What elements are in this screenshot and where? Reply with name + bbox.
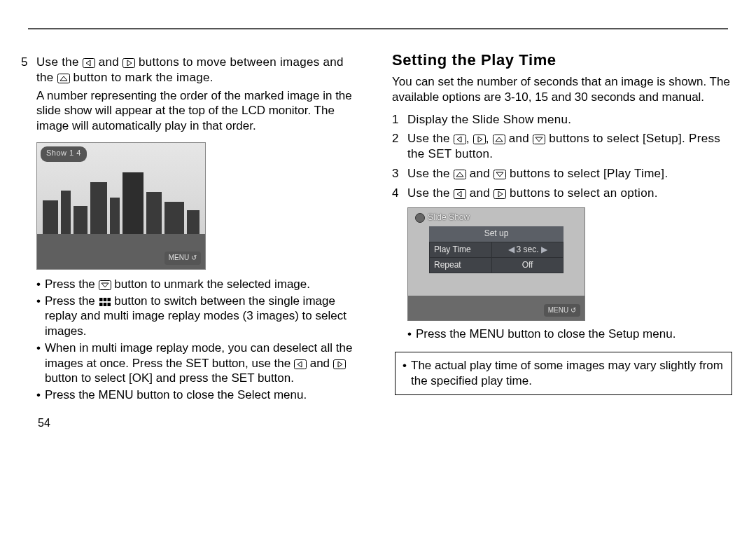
left-arrow-icon — [83, 58, 95, 68]
text: When in multi image replay mode, you can… — [45, 341, 352, 370]
bullet-text: When in multi image replay mode, you can… — [45, 341, 364, 386]
down-arrow-icon — [533, 135, 545, 144]
up-arrow-icon — [454, 170, 466, 179]
bullet-list: • Press the button to unmark the selecte… — [36, 277, 364, 403]
text: and — [470, 167, 493, 180]
note-box: • The actual play time of some images ma… — [395, 352, 732, 395]
text: and — [99, 55, 122, 69]
step-2: 2 Use the , , and buttons to select [Set… — [392, 131, 735, 162]
lcd-screenshot-skyline: Show 1 4 MENU ↺ — [36, 142, 364, 270]
section-heading: Setting the Play Time — [392, 50, 735, 70]
up-arrow-icon — [493, 135, 505, 144]
overlay-label: Show 1 4 — [41, 146, 87, 162]
text: buttons to select an option. — [510, 186, 658, 200]
step-body: Display the Slide Show menu. — [407, 112, 735, 128]
menu-key: Play Time — [430, 242, 492, 257]
bullet-marker: • — [36, 294, 45, 339]
text: Press the — [45, 277, 99, 291]
menu-badge: MENU ↺ — [544, 304, 580, 317]
step-number: 4 — [392, 186, 407, 201]
order-note: A number representing the order of the m… — [36, 88, 364, 134]
bullet-item: • Press the button to switch between the… — [36, 294, 364, 339]
text: button to select [OK] and press the SET … — [45, 371, 294, 385]
text: and — [509, 132, 533, 145]
menu-value: ◀3 sec.▶ — [492, 242, 564, 257]
right-arrow-icon — [333, 359, 346, 369]
left-arrow-icon — [454, 189, 466, 199]
right-arrow-icon — [122, 58, 135, 68]
right-arrow-icon — [493, 189, 506, 199]
right-column: Setting the Play Time You can set the nu… — [392, 50, 735, 404]
bullet-marker: • — [36, 387, 45, 403]
step-number: 1 — [392, 112, 407, 128]
bullet-list: • Press the MENU button to close the Set… — [407, 327, 735, 342]
step-3: 3 Use the and buttons to select [Play Ti… — [392, 166, 735, 181]
slideshow-icon — [415, 213, 425, 223]
step-1: 1 Display the Slide Show menu. — [392, 112, 735, 128]
text: button to mark the image. — [74, 71, 214, 84]
bullet-text: Press the MENU button to close the Setup… — [416, 327, 676, 342]
text: Use the — [407, 132, 454, 145]
right-arrow-icon — [473, 135, 486, 144]
step-number: 2 — [392, 131, 407, 162]
text: , — [466, 132, 473, 145]
text: Use the — [407, 186, 454, 200]
text: , — [486, 132, 493, 145]
bullet-text: Press the MENU button to close the Selec… — [45, 387, 307, 403]
bullet-item: • Press the button to unmark the selecte… — [36, 277, 364, 292]
left-arrow-icon — [294, 359, 307, 369]
menu-value: Off — [492, 258, 564, 273]
note-text: The actual play time of some images may … — [411, 358, 724, 389]
text: Press the — [45, 294, 99, 308]
page-number: 54 — [21, 417, 735, 430]
text: Use the — [407, 167, 454, 180]
overlay-title: Slide Show — [415, 212, 470, 223]
text: buttons to select [Play Time]. — [510, 167, 668, 180]
bullet-text: Press the button to switch between the s… — [45, 294, 364, 339]
text: and — [470, 186, 493, 200]
text: 3 sec. — [517, 245, 539, 254]
menu-panel: Set up Play Time ◀3 sec.▶ Repeat Off — [429, 226, 564, 273]
bullet-item: • When in multi image replay mode, you c… — [36, 341, 364, 386]
intro-text: You can set the number of seconds that a… — [392, 74, 735, 105]
menu-key: Repeat — [430, 258, 492, 273]
two-column-layout: 5 Use the and buttons to move between im… — [21, 50, 735, 404]
step-number: 3 — [392, 166, 407, 181]
down-arrow-icon — [99, 280, 111, 290]
down-arrow-icon — [493, 170, 506, 179]
text: Use the — [36, 55, 83, 69]
menu-badge: MENU ↺ — [164, 252, 201, 265]
step-body: Use the and buttons to select [Play Time… — [407, 166, 735, 181]
top-rule — [28, 28, 728, 29]
menu-header: Set up — [429, 226, 564, 241]
step-body: Use the and buttons to select an option. — [407, 186, 735, 201]
left-column: 5 Use the and buttons to move between im… — [21, 50, 364, 404]
grid-icon — [99, 297, 111, 307]
text: button to unmark the selected image. — [114, 277, 310, 291]
step-body: Use the and buttons to move between imag… — [36, 55, 364, 85]
step-body: Use the , , and buttons to select [Setup… — [407, 131, 735, 162]
bullet-text: Press the button to unmark the selected … — [45, 277, 310, 292]
left-arrow-icon — [454, 135, 466, 144]
bullet-marker: • — [407, 327, 416, 342]
bullet-marker: • — [36, 341, 45, 386]
text: Slide Show — [428, 212, 470, 223]
menu-row: Play Time ◀3 sec.▶ — [430, 242, 564, 257]
up-arrow-icon — [57, 74, 70, 83]
bullet-item: • Press the MENU button to close the Sel… — [36, 387, 364, 403]
bullet-marker: • — [36, 277, 45, 292]
manual-page: 5 Use the and buttons to move between im… — [0, 0, 756, 444]
step-4: 4 Use the and buttons to select an optio… — [392, 186, 735, 201]
step-5: 5 Use the and buttons to move between im… — [21, 55, 364, 85]
bullet-item: • Press the MENU button to close the Set… — [407, 327, 735, 342]
menu-row: Repeat Off — [430, 258, 564, 273]
bullet-marker: • — [402, 358, 411, 389]
step-number: 5 — [21, 55, 36, 85]
lcd-screenshot-slideshow-menu: Slide Show Set up Play Time ◀3 sec.▶ Rep… — [407, 207, 585, 321]
text: and — [310, 357, 333, 370]
